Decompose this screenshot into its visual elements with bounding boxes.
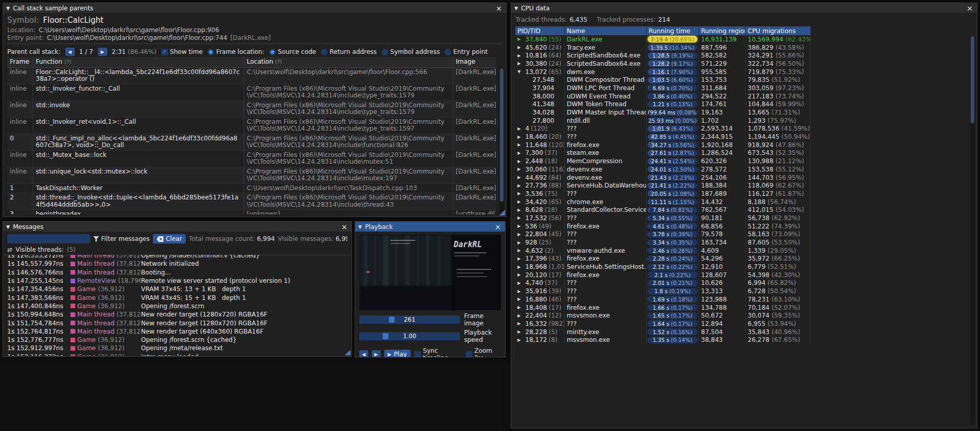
expander-icon[interactable]: ▶ — [517, 53, 524, 58]
message-row[interactable]: 1s 153,116,372ns Game (36,912) Intro men… — [4, 353, 351, 356]
playback-speed-slider[interactable]: 1.00 — [359, 332, 460, 340]
callstack-frame-row[interactable]: inline Floor::CalcLight::__l4::<lambda_5… — [7, 68, 496, 84]
expander-icon[interactable]: ▶ — [517, 224, 524, 228]
message-row[interactable]: 1s 152,764,817ns Main thread (37,812) Ne… — [4, 327, 351, 336]
message-row[interactable]: 1s 151,754,784ns Main thread (37,812) Ne… — [4, 319, 351, 327]
expander-icon[interactable]: ▶ — [517, 289, 524, 294]
cpu-process-row[interactable]: ▶ 18,968 (1,018) ServiceHub.SettingsHost… — [515, 263, 967, 271]
message-row[interactable]: 1s 147,255,145ns RemoteView (18,796) Rem… — [4, 277, 351, 285]
zoom-2x-checkbox[interactable] — [466, 351, 472, 358]
cpu-process-row[interactable]: ▶ 4,632 (2) vmware-authd.exe 2.46 s (0.2… — [515, 247, 967, 255]
expander-icon[interactable]: ▶ — [517, 142, 524, 147]
col-header-pid-tid[interactable]: PID/TID — [515, 26, 565, 35]
expander-icon[interactable]: ▶ — [517, 191, 524, 196]
frame-image-slider[interactable]: 261 — [359, 315, 460, 324]
cpu-process-row[interactable]: ▶ 11,648 (120) firefox.exe 34.27 s (3.56… — [515, 141, 967, 149]
callstack-titlebar[interactable]: ▼ Call stack sample parents × — [3, 3, 506, 13]
scrollbar-thumb[interactable] — [500, 68, 503, 202]
expander-icon[interactable]: ▶ — [517, 232, 524, 237]
callstack-frame-row[interactable]: inline std::unique_lock<std::mutex>::loc… — [7, 167, 496, 184]
cpu-process-row[interactable]: ▶ 928 (25) ??? 3.34 s (0.35%) 163,734 87… — [515, 238, 967, 247]
cpu-process-row[interactable]: ▶ 18,408 (17) firefox.exe 1.66 s (0.17%)… — [515, 304, 967, 312]
callstack-frame-row[interactable]: 2 std::thread::_Invoke<std::tuple<<lambd… — [7, 193, 496, 210]
radio-return-address[interactable]: Return address — [321, 48, 377, 55]
playback-titlebar[interactable]: ▼ Playback × — [355, 222, 505, 232]
message-filter-input[interactable] — [7, 234, 90, 243]
close-icon[interactable]: × — [495, 5, 503, 12]
cpu-process-row[interactable]: ▶ 536 (49) firefox.exe 4.61 s (0.48%) 68… — [515, 222, 967, 231]
collapse-arrow-icon[interactable]: ▼ — [358, 224, 362, 229]
cpu-process-row[interactable]: 27,800 ntdll.dll 25.93 ms (0.00%) 1,702 … — [515, 117, 967, 125]
message-row[interactable]: 1s 152,776,777ns Game (36,912) Opening /… — [4, 336, 351, 344]
cpu-process-row[interactable]: ▶ 30,060 (116) devenv.exe 24.01 s (2.50%… — [515, 165, 967, 174]
expander-icon[interactable]: ▶ — [517, 338, 524, 342]
expander-icon[interactable]: ▶ — [517, 216, 524, 220]
expander-icon[interactable]: ▶ — [517, 297, 524, 301]
cpu-process-row[interactable]: ▶ 37,840 (55) DarkRL.exe 3:19.4 (20.65%)… — [515, 35, 967, 44]
message-row[interactable]: 1s 145,557,997ns Main thread (37,812) Ne… — [4, 260, 351, 268]
expander-icon[interactable]: ▶ — [517, 37, 524, 41]
expander-icon[interactable]: ▶ — [517, 159, 524, 164]
collapse-arrow-icon[interactable]: ▼ — [514, 6, 518, 11]
callstack-frame-row[interactable]: inline std::_Invoker_ret<void,1>::_Call … — [7, 118, 496, 134]
callstack-frame-row[interactable]: 0 std::_Func_impl_no_alloc<<lambda_5bc22… — [7, 134, 496, 151]
show-time-checkbox[interactable]: ✓ — [161, 49, 168, 55]
resize-grip[interactable] — [345, 350, 351, 355]
message-row[interactable]: 1s 147,383,566ns Game (36,912) VRAM 43x4… — [4, 293, 351, 301]
message-row[interactable]: 1s 147,354,456ns Game (36,912) VRAM 37x4… — [4, 285, 351, 293]
message-row[interactable]: 1s 150,994,648ns Main thread (37,812) Ne… — [4, 310, 351, 319]
expander-icon[interactable]: ▶ — [517, 183, 524, 188]
callstack-frame-row[interactable]: inline std::_Invoker_functor::_Call C:\P… — [7, 84, 496, 101]
play-button[interactable]: ▶ Play — [384, 350, 411, 357]
cpu-process-row[interactable]: 38,000 uDWM Event Thread 3.86 s (0.40%) … — [515, 92, 967, 100]
col-header-running-time[interactable]: Running time — [647, 26, 699, 35]
cpu-process-row[interactable]: ▶ 17,396 (43) firefox.exe 2.28 s (0.24%)… — [515, 255, 967, 263]
expander-icon[interactable]: ▶ — [517, 240, 524, 245]
expander-icon[interactable]: ▶ — [517, 208, 524, 212]
expander-icon[interactable]: ▶ — [517, 321, 524, 326]
scrollbar-thumb[interactable] — [971, 36, 974, 123]
cpu-process-row[interactable]: ▶ 18,172 (8) msvsmon.exe 1.35 s (0.14%) … — [515, 336, 967, 344]
message-row[interactable]: 1s 147,400,846ns Game (36,912) Opening /… — [4, 302, 351, 310]
close-icon[interactable]: × — [340, 223, 348, 231]
visible-threads-toggle[interactable]: ⇄ Visible threads: (5) — [7, 245, 347, 254]
show-time-toggle[interactable]: ✓ Show time — [161, 48, 203, 55]
expander-icon[interactable]: ▶ — [517, 151, 524, 155]
cpu-data-titlebar[interactable]: ▼ CPU data × — [511, 3, 977, 13]
radio-source-code[interactable]: Source code — [269, 48, 316, 55]
cpu-process-row[interactable]: ▶ 3,536 (75) ??? 20.05 s (2.08%) 187,689… — [515, 190, 967, 198]
sync-timeline-checkbox[interactable] — [414, 351, 421, 358]
callstack-frame-row[interactable]: 3 beginthreadex [unknown] [ucrtbase.dll] — [7, 210, 496, 214]
message-row[interactable]: 1s 152,912,997ns Game (36,912) Opening /… — [4, 344, 351, 352]
cpu-process-row[interactable]: 34,028 DWM Master Input Thread 799.64 ms… — [515, 108, 967, 117]
cpu-process-row[interactable]: ▶ 4 (120) ??? 1:01.9 (6.43%) 2,593,314 1… — [515, 125, 967, 133]
zoom-2x-toggle[interactable]: Zoom 2× — [466, 347, 501, 357]
expander-icon[interactable]: ▼ — [517, 69, 524, 74]
cpu-process-row[interactable]: ▶ 34,420 (65) chrome.exe 11.11 s (1.15%)… — [515, 198, 967, 206]
cpu-process-row[interactable]: 27,548 DWM Compositor Thread 1:03.5 (6.6… — [515, 76, 967, 84]
close-icon[interactable]: × — [494, 223, 502, 231]
cpu-process-row[interactable]: ▶ 44,692 (84) devenv.exe 21.43 s (2.23%)… — [515, 174, 967, 182]
sync-timeline-toggle[interactable]: Sync timeline — [414, 347, 462, 357]
cpu-process-row[interactable]: ▶ 28,228 (5) mintty.exe 1.52 s (0.16%) 8… — [515, 328, 967, 336]
step-back-button[interactable]: ◀ — [359, 350, 368, 357]
next-parent-button[interactable]: ▶ — [98, 48, 107, 56]
radio-entry-point[interactable]: Entry point — [444, 48, 487, 55]
cpu-process-row[interactable]: ▶ 10,816 (64) ScriptedSandbox64.exe 1:28… — [515, 51, 967, 60]
expander-icon[interactable]: ▶ — [517, 281, 524, 285]
cpu-process-row[interactable]: ▶ 35,916 (39) ??? 1.8 s (0.19%) 13,313 6… — [515, 287, 967, 295]
callstack-frame-row[interactable]: 1 TaskDispatch::Worker C:\Users\wolf\Des… — [7, 184, 496, 194]
clear-button[interactable]: Clear — [153, 234, 186, 243]
expander-icon[interactable]: ▶ — [517, 313, 524, 318]
expander-icon[interactable]: ▶ — [517, 167, 524, 171]
callstack-frame-row[interactable]: inline std::_Mutex_base::lock C:\Program… — [7, 151, 496, 167]
filter-messages-button[interactable]: Filter messages — [93, 235, 150, 242]
cpu-process-row[interactable]: ▶ 8,628 (18) StandardCollector.Service.e… — [515, 206, 967, 214]
col-header-running-regions[interactable]: Running regions — [699, 26, 746, 35]
expander-icon[interactable]: ▶ — [517, 199, 524, 204]
expander-icon[interactable]: ▶ — [517, 305, 524, 310]
message-row[interactable]: 1s 120,333,272ns Main thread (37,812) Op… — [4, 255, 351, 260]
cpu-process-row[interactable]: ▶ 17,532 (56) ??? 5.34 s (0.55%) 90,181 … — [515, 214, 967, 222]
cpu-process-row[interactable]: ▶ 22,404 (12) msvsmon.exe 1.65 s (0.17%)… — [515, 311, 967, 320]
prev-parent-button[interactable]: ◀ — [65, 48, 75, 56]
